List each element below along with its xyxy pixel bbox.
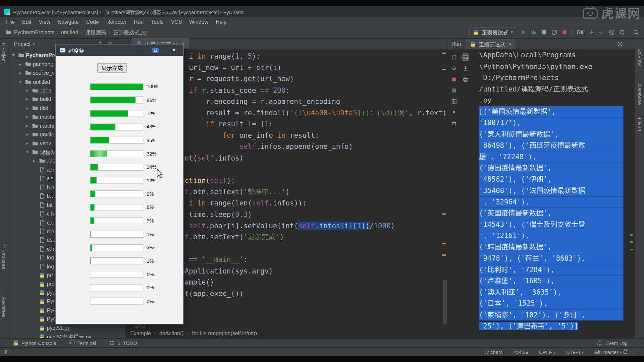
dialog-minimize-button[interactable]: ─: [128, 44, 146, 56]
menu-item-refactor[interactable]: Refactor: [103, 18, 130, 25]
stop-icon[interactable]: [561, 29, 568, 36]
menu-item-vcs[interactable]: VCS: [167, 18, 185, 25]
tool-window-switcher-icon[interactable]: [5, 350, 9, 354]
status-item[interactable]: Git: master: [594, 349, 622, 355]
tree-item[interactable]: pyqt52气泡提示.py: [8, 333, 125, 338]
tool-button-database[interactable]: Database: [637, 84, 642, 105]
tree-item-label: pyc: [47, 290, 55, 296]
lock-icon: [624, 350, 627, 354]
tool-button-terminal[interactable]: Terminal: [68, 340, 96, 346]
menu-item-window[interactable]: Window: [185, 18, 212, 25]
python-file-icon: [39, 334, 45, 338]
editor-breadcrumb-item[interactable]: Example: [130, 330, 151, 336]
clear-icon[interactable]: [450, 120, 457, 127]
dialog-title-bar[interactable]: 进度条 ─ ✕: [56, 44, 183, 56]
run-config-label: 正则表达式: [482, 28, 508, 36]
git-commit-icon[interactable]: [598, 29, 605, 36]
tree-item-label: bit: [47, 202, 53, 208]
pause-icon[interactable]: [450, 87, 457, 94]
project-panel-title[interactable]: Project: [14, 41, 31, 47]
menu-item-edit[interactable]: Edit: [18, 18, 35, 25]
revert-icon[interactable]: [619, 29, 625, 36]
tree-toggle-icon[interactable]: ▾: [11, 53, 16, 58]
tree-toggle-icon[interactable]: ▸: [18, 70, 23, 76]
tool-button----project[interactable]: 1: Project: [1, 42, 6, 63]
coverage-icon[interactable]: [541, 29, 547, 36]
editor-breadcrumb-item[interactable]: for i in range(len(self.infos)): [192, 330, 257, 336]
status-items: 17 chars234:39CRLFUTF-8Git: master: [484, 349, 622, 355]
dialog-close-button[interactable]: ✕: [165, 44, 183, 56]
python-file-icon: [473, 29, 479, 36]
progress-bar-label: 7%: [147, 218, 154, 224]
editor-breadcrumb-item[interactable]: doAction(): [159, 330, 184, 336]
history-icon[interactable]: [608, 29, 615, 36]
menu-item-navigate[interactable]: Navigate: [54, 18, 83, 25]
tree-toggle-icon[interactable]: ▸: [24, 106, 30, 111]
tree-item-label: build: [40, 96, 51, 102]
close-icon[interactable]: ✕: [508, 41, 512, 47]
profiler-icon[interactable]: [551, 29, 558, 36]
tool-button-python-console[interactable]: Python Console: [12, 340, 56, 346]
tool-button----run[interactable]: 4: Run: [637, 117, 642, 131]
tool-button-6--todo[interactable]: 6: TODO: [108, 340, 137, 346]
breadcrumb-item[interactable]: PycharmProjects: [14, 29, 54, 35]
tree-item-label: machi: [40, 114, 54, 120]
tool-button----structure[interactable]: 7: Structure: [1, 244, 6, 269]
tool-button-event-log[interactable]: Event Log: [596, 340, 628, 346]
run-config-select[interactable]: 正则表达式 ▾: [469, 27, 516, 38]
menu-item-file[interactable]: File: [2, 18, 18, 25]
tree-toggle-icon[interactable]: ▸: [18, 61, 23, 67]
status-item[interactable]: UTF-8: [566, 349, 584, 355]
run-icon[interactable]: [520, 29, 527, 36]
progress-bar-label: 1%: [147, 258, 154, 264]
tree-toggle-icon[interactable]: ▸: [24, 123, 30, 128]
print-icon[interactable]: [462, 76, 469, 83]
show-complete-button[interactable]: 显示完成: [97, 63, 127, 73]
console-marker: [630, 241, 633, 243]
tree-toggle-icon[interactable]: ▸: [24, 114, 30, 120]
menu-item-tools[interactable]: Tools: [147, 18, 167, 25]
tree-toggle-icon[interactable]: ▸: [24, 88, 30, 93]
watermark: 虎课网: [582, 3, 641, 21]
git-update-icon[interactable]: [588, 29, 594, 36]
editor-breadcrumbs: Example›doAction()›for i in range(len(se…: [125, 328, 447, 338]
code-line: ex = Example(): [139, 277, 448, 288]
breadcrumb-item[interactable]: 课程源码: [85, 28, 106, 36]
tree-toggle-icon[interactable]: ▾: [24, 149, 30, 155]
breadcrumb-separator: ›: [154, 330, 156, 336]
status-item[interactable]: 234:39: [513, 349, 528, 355]
soft-wrap-icon[interactable]: [462, 54, 469, 60]
breadcrumb-item[interactable]: untitled: [61, 29, 78, 35]
status-item[interactable]: CRLF: [539, 349, 555, 355]
debug-icon[interactable]: [531, 29, 537, 36]
tree-toggle-icon[interactable]: ▸: [32, 158, 37, 164]
gear-icon[interactable]: [617, 41, 624, 47]
tree-item-label: a.t: [47, 175, 53, 181]
tool-button-favorites[interactable]: Favorites: [1, 297, 6, 317]
menu-item-run[interactable]: Run: [130, 18, 147, 25]
menu-item-code[interactable]: Code: [83, 18, 103, 25]
search-icon[interactable]: [633, 29, 639, 36]
pin-icon[interactable]: [450, 109, 457, 116]
rerun-icon[interactable]: [450, 54, 457, 60]
tree-toggle-icon[interactable]: ▾: [18, 79, 23, 84]
menu-item-help[interactable]: Help: [212, 18, 230, 25]
down-arrow-icon[interactable]: [450, 65, 457, 71]
run-console[interactable]: \AppData\Local\Programs\Python\Python35\…: [479, 50, 624, 338]
minimize-panel-icon[interactable]: ─: [628, 41, 631, 47]
change-marker: [442, 69, 446, 70]
status-item[interactable]: 17 chars: [484, 349, 502, 355]
breadcrumb-item[interactable]: 正则表达式.py: [113, 28, 147, 36]
tree-item[interactable]: pyqt51.py: [8, 324, 125, 333]
restore-layout-icon[interactable]: [450, 98, 457, 105]
dialog-maximize-button[interactable]: [146, 44, 165, 56]
menu-item-view[interactable]: View: [35, 18, 54, 25]
run-tab[interactable]: 正则表达式 ✕: [466, 39, 515, 49]
stop-icon[interactable]: [450, 76, 457, 83]
tool-button-sciview[interactable]: SciView: [637, 48, 642, 66]
tree-toggle-icon[interactable]: ▸: [24, 141, 30, 146]
tree-toggle-icon[interactable]: ▸: [24, 97, 30, 102]
editor-scrollbar[interactable]: [443, 280, 447, 325]
scroll-to-end-icon[interactable]: [462, 65, 469, 71]
tree-toggle-icon[interactable]: ▸: [24, 132, 30, 137]
